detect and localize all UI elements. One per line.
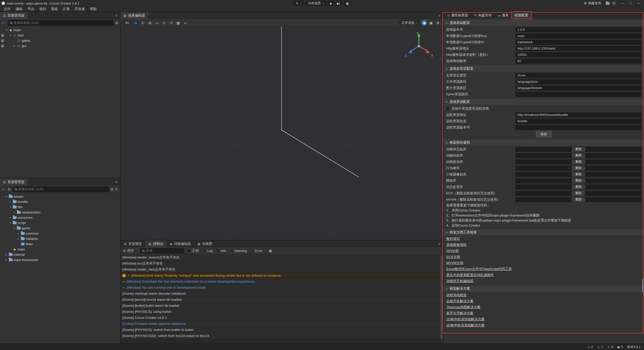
menu-item[interactable]: 扩展 — [61, 7, 72, 12]
section-header[interactable]: ∨游戏多语言配置 — [444, 66, 644, 72]
field-input[interactable]: framework — [515, 40, 641, 45]
light-toggle-icon[interactable]: ◉ — [421, 20, 427, 26]
doc-link[interactable]: Excel格式转Json文件与TypeScript代码工具 — [446, 267, 512, 271]
field-input[interactable]: 10000 — [515, 52, 641, 57]
rotate-tool-icon[interactable]: ↻ — [140, 20, 146, 25]
log-row[interactable]: ▸[Window] Download the Vue Devtools exte… — [120, 279, 443, 285]
tree-arrow-icon[interactable]: ▸ — [17, 237, 20, 240]
section-header[interactable]: ∨框架文档工具链接 — [444, 229, 644, 235]
build-publish-button[interactable]: ⚒ 构建发布 — [582, 1, 603, 6]
section-header[interactable]: ∨游戏基础配置 — [444, 20, 644, 26]
log-row[interactable]: [Scene] [PHYSICS]: using builtin. — [120, 309, 443, 315]
expand-arrow-icon[interactable]: ▸ — [127, 274, 130, 277]
section-header[interactable]: ∨游戏资源配置 — [444, 99, 644, 105]
close-button[interactable]: × — [634, 0, 642, 6]
log-row[interactable]: ▸[Window] You are running Vue in develop… — [120, 285, 443, 291]
tree-arrow-icon[interactable]: ▸ — [5, 258, 8, 261]
field-input[interactable]: language/json — [515, 79, 641, 84]
tree-row[interactable]: ▾libs — [0, 204, 120, 210]
field-input[interactable]: http://localhost:8083/assets/bundle — [515, 112, 641, 117]
tree-arrow-icon[interactable]: ▸ — [17, 232, 20, 235]
checkbox[interactable]: ✓ — [202, 249, 206, 252]
delete-button[interactable]: 删除 — [572, 147, 585, 152]
log-row[interactable]: [Window] render_texture文件夹不存在 — [120, 254, 443, 260]
menu-item[interactable]: 帮助 — [88, 7, 99, 12]
tab-anim-editor[interactable]: ◆动画编辑器 — [167, 240, 194, 247]
tab-anim-graph[interactable]: ▦动画图 — [194, 240, 216, 247]
save-button[interactable]: 保存 — [536, 131, 552, 138]
hierarchy-filter-icon[interactable]: ≣ — [115, 21, 118, 25]
field-input[interactable] — [515, 92, 641, 97]
tree-row[interactable]: □game — [0, 38, 120, 43]
menu-item[interactable]: 项目 — [37, 7, 48, 12]
log-row[interactable]: !▸[Window] [Vue warn]: Property "onInput… — [120, 273, 443, 279]
checkbox[interactable]: ✓ — [216, 249, 219, 252]
view-mode-select[interactable]: 正常浏览 ∨ — [399, 20, 420, 25]
tree-row[interactable]: ▾game — [0, 226, 120, 231]
menu-item[interactable]: 面板 — [49, 7, 60, 12]
tree-row[interactable]: ◆main — [0, 247, 120, 252]
tree-row[interactable]: ▸seedrandom — [0, 210, 120, 215]
section-header[interactable]: ∨框架解决方案 — [444, 286, 644, 292]
tree-arrow-icon[interactable]: ▸ — [13, 45, 16, 47]
scene-menu-icon[interactable]: ≡ — [435, 14, 443, 18]
hierarchy-panel-tab[interactable]: ▤ 层级管理器 — [0, 12, 28, 19]
maximize-button[interactable]: □ — [626, 0, 634, 6]
doc-link[interactable]: 游戏模板项目 — [446, 243, 467, 247]
tab-console[interactable]: ▣控制台 — [145, 240, 167, 247]
hierarchy-menu-icon[interactable]: ≡ — [112, 14, 120, 18]
camera-preview-icon[interactable]: ▣ — [428, 20, 434, 26]
delete-button[interactable]: 删除 — [572, 197, 585, 202]
refresh-assets-icon[interactable]: ↻ — [115, 187, 118, 191]
field-input[interactable] — [515, 125, 641, 130]
tree-row[interactable]: ▸resources — [0, 215, 120, 220]
rect-tool-icon[interactable]: ▭ — [154, 20, 160, 25]
expand-arrow-icon[interactable]: ▸ — [122, 280, 126, 283]
assets-search-input[interactable]: 搜索名称或 UUID — [13, 187, 109, 192]
tree-row[interactable]: TSMain — [0, 241, 120, 247]
tab-build-publish[interactable]: ⚒构建发布 — [471, 12, 495, 18]
scene-panel-tab[interactable]: ▦ 场景编辑器 — [120, 12, 148, 19]
doc-link[interactable]: 新手引导解决方案 — [446, 311, 473, 316]
delete-button[interactable]: 删除 — [572, 191, 585, 196]
snap-tool-icon[interactable]: ↺ — [168, 20, 174, 25]
log-row[interactable]: [Scene] [bullet]:bullet wasm lib loaded. — [120, 303, 443, 309]
section-header[interactable]: ∨框架模块裁剪 — [444, 140, 644, 146]
checkbox[interactable]: ✓ — [229, 249, 233, 252]
doc-link[interactable]: API文档 — [446, 249, 459, 253]
tree-row[interactable]: ▸initialize — [0, 236, 120, 241]
tree-arrow-icon[interactable]: ▾ — [5, 195, 8, 198]
field-input[interactable]: zh,en — [515, 73, 641, 78]
doc-link[interactable]: 原生包热更新配置自动生成插件 — [446, 273, 494, 277]
scene-select[interactable]: 当前场景 ∨ — [305, 1, 326, 6]
doc-link[interactable]: 2D角色扮演游戏解决方案 — [446, 317, 485, 322]
tree-row[interactable]: ▾□root — [0, 33, 120, 38]
error-count[interactable]: ⊘ 0 — [607, 345, 613, 349]
delete-button[interactable]: 删除 — [572, 172, 585, 177]
doc-link[interactable]: ECS文档 — [446, 255, 460, 259]
log-row[interactable]: [Window] model_view文件夹不存在 — [120, 267, 443, 273]
tree-row[interactable]: ▸internal — [0, 252, 120, 257]
console-scrollbar[interactable] — [440, 254, 443, 343]
tab-property-inspector[interactable]: ◎属性检查器 — [444, 12, 471, 18]
log-row[interactable]: [Scene] [box2d]:box2d wasm lib loaded. — [120, 297, 443, 303]
hierarchy-search-input[interactable]: 搜索名称或 UUID — [8, 20, 113, 26]
field-input[interactable]: language/texture — [515, 85, 641, 91]
clear-console-button[interactable]: ⊘ 清空 — [123, 248, 134, 253]
menu-item[interactable]: 节点 — [25, 7, 36, 12]
field-input[interactable]: 1.0.5 — [515, 27, 641, 32]
notification-count[interactable]: 0 — [617, 345, 623, 349]
console-search-input[interactable]: 搜索 — [140, 248, 184, 253]
warning-count[interactable]: ⚠ 1 — [597, 345, 603, 349]
tree-row[interactable]: ▸□gui — [0, 43, 120, 49]
field-input[interactable]: 60 — [515, 59, 641, 64]
field-input[interactable]: bundle — [515, 119, 641, 124]
pivot-tool-icon[interactable]: ⊙ — [161, 20, 167, 25]
log-row[interactable]: [Scene] Forward render pipeline initiali… — [120, 321, 443, 327]
tree-arrow-icon[interactable]: ▾ — [13, 227, 16, 230]
export-log-icon[interactable]: ▣ — [269, 249, 272, 253]
tree-row[interactable]: ▸bundle — [0, 199, 120, 204]
expand-arrow-icon[interactable]: ▸ — [122, 286, 126, 289]
move-tool-icon[interactable]: ⊕ — [133, 20, 139, 25]
tab-assets-preview[interactable]: ▤资源预览 — [120, 240, 145, 247]
